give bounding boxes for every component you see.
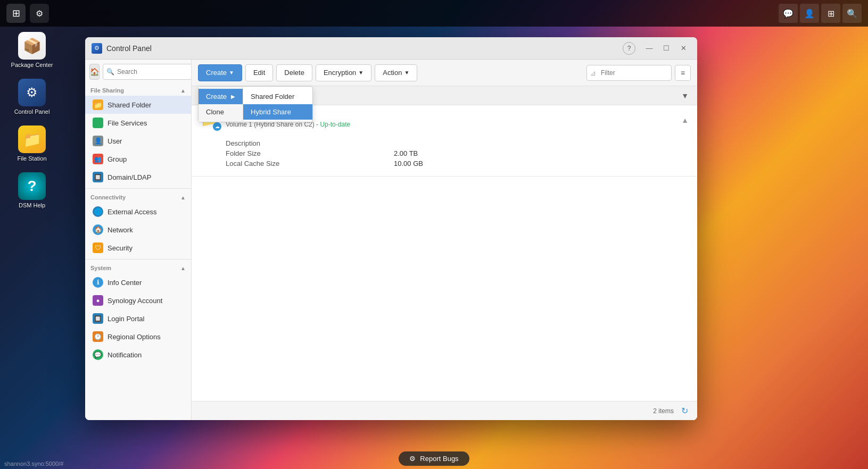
group-icon: 👥 — [93, 154, 103, 164]
file-station-label: File Station — [17, 155, 46, 162]
dropdown-item-create[interactable]: Create ▶ — [199, 89, 243, 104]
user-button[interactable]: 👤 — [800, 4, 819, 23]
domain-ldap-label: Domain/LDAP — [108, 173, 151, 181]
sidebar-home-button[interactable]: 🏠 — [89, 64, 100, 80]
edit-button[interactable]: Edit — [245, 64, 273, 81]
sidebar-search-input[interactable] — [103, 64, 192, 80]
action-button[interactable]: Action ▼ — [375, 64, 417, 81]
refresh-button[interactable]: ↻ — [678, 405, 691, 417]
search-taskbar-button[interactable]: 🔍 — [842, 4, 862, 23]
network-label: Network — [108, 226, 133, 234]
info-center-label: Info Center — [108, 279, 142, 287]
items-count: 2 items — [653, 407, 674, 415]
folder-size-label: Folder Size — [226, 149, 385, 157]
dropdown-item-shared-folder[interactable]: Shared Folder — [243, 89, 312, 104]
section-header-system[interactable]: System ▲ — [85, 262, 191, 273]
desktop-icon-package-center[interactable]: 📦 Package Center — [11, 32, 53, 68]
encryption-button-label: Encryption — [324, 69, 356, 77]
taskbar-control-panel-icon[interactable]: ⚙ — [30, 4, 49, 23]
collapse-all-button[interactable]: ▼ — [681, 91, 689, 100]
window-maximize-button[interactable]: ☐ — [659, 43, 674, 54]
divider-2 — [85, 259, 191, 259]
taskbar-right: 💬 👤 ⊞ 🔍 — [779, 4, 862, 23]
package-center-label: Package Center — [11, 62, 53, 68]
create-caret-icon: ▼ — [229, 70, 234, 76]
delete-button-label: Delete — [284, 69, 304, 77]
package-center-icon: 📦 — [18, 32, 46, 60]
regional-options-icon: 🕐 — [93, 331, 103, 342]
delete-button[interactable]: Delete — [276, 64, 312, 81]
url-bar: shannon3.syno:5000/# — [0, 458, 68, 469]
control-panel-label: Control Panel — [14, 108, 50, 115]
desktop-icon-dsm-help[interactable]: ? DSM Help — [11, 172, 53, 208]
desktop-icons: 📦 Package Center ⚙ Control Panel 📁 File … — [11, 32, 53, 208]
sidebar-item-login-portal[interactable]: 🔲 Login Portal — [85, 309, 191, 328]
create-button-label: Create — [206, 69, 227, 77]
section-header-connectivity[interactable]: Connectivity ▲ — [85, 191, 191, 203]
synology-account-icon: ● — [93, 295, 103, 306]
sidebar-item-external-access[interactable]: 🌐 External Access — [85, 203, 191, 221]
window-title: Control Panel — [106, 44, 618, 53]
report-bugs-bar: ⚙ Report Bugs — [0, 448, 868, 469]
chat-button[interactable]: 💬 — [779, 4, 798, 23]
sidebar-item-domain-ldap[interactable]: 🔲 Domain/LDAP — [85, 168, 191, 186]
sidebar-item-user[interactable]: 👤 User — [85, 132, 191, 150]
sidebar-item-info-center[interactable]: ℹ Info Center — [85, 273, 191, 291]
window-close-button[interactable]: ✕ — [676, 43, 691, 54]
login-portal-icon: 🔲 — [93, 313, 103, 324]
window-body: 🏠 🔍 File Sharing ▲ 📁 Shared Folder File … — [85, 60, 697, 420]
notification-icon: 💬 — [93, 349, 103, 360]
sidebar-item-regional-options[interactable]: 🕐 Regional Options — [85, 328, 191, 346]
window-minimize-button[interactable]: — — [642, 43, 657, 54]
filter-input[interactable] — [586, 65, 672, 81]
taskbar: ⊞ ⚙ 💬 👤 ⊞ 🔍 — [0, 0, 868, 27]
apps-button[interactable]: ⊞ — [6, 4, 26, 23]
dropdown-item-clone[interactable]: Clone — [199, 104, 243, 120]
folder-size-value: 2.00 TB — [394, 149, 689, 157]
section-label-connectivity: Connectivity — [90, 194, 126, 200]
section-label-system: System — [90, 265, 111, 271]
close-icon: ✕ — [681, 44, 687, 52]
status-bar: 2 items ↻ — [192, 401, 697, 420]
sidebar-item-notification[interactable]: 💬 Notification — [85, 346, 191, 364]
report-bugs-button[interactable]: ⚙ Report Bugs — [399, 451, 469, 466]
local-cache-label: Local Cache Size — [226, 160, 385, 168]
file-services-icon — [93, 118, 103, 128]
window-titlebar: ⚙ Control Panel ? — ☐ ✕ — [85, 37, 697, 60]
user-icon: 👤 — [804, 9, 815, 19]
desktop-icon-control-panel[interactable]: ⚙ Control Panel — [11, 79, 53, 115]
section-header-file-sharing[interactable]: File Sharing ▲ — [85, 84, 191, 96]
toolbar: Create ▼ Edit Delete Encryption ▼ Action… — [192, 60, 697, 86]
notification-label: Notification — [108, 351, 142, 359]
control-panel-desktop-icon: ⚙ — [18, 79, 46, 106]
windows-button[interactable]: ⊞ — [821, 4, 840, 23]
create-button[interactable]: Create ▼ — [198, 64, 242, 81]
window-help-button[interactable]: ? — [623, 42, 635, 55]
sidebar-search-wrap: 🔍 — [103, 64, 192, 80]
user-label: User — [108, 137, 122, 145]
action-button-label: Action — [383, 69, 402, 77]
sidebar-item-shared-folder[interactable]: 📁 Shared Folder — [85, 96, 191, 114]
url-text: shannon3.syno:5000/# — [4, 460, 63, 467]
desktop-icon-file-station[interactable]: 📁 File Station — [11, 125, 53, 162]
folder-details-test: Description Folder Size 2.00 TB Local Ca… — [192, 135, 697, 176]
dropdown-item-hybrid-share[interactable]: Hybrid Share — [243, 104, 312, 120]
home-icon: 🏠 — [90, 68, 99, 76]
maximize-icon: ☐ — [663, 44, 669, 52]
sort-button[interactable]: ≡ — [675, 65, 691, 81]
sidebar-item-group[interactable]: 👥 Group — [85, 150, 191, 168]
window-controls: ? — ☐ ✕ — [623, 42, 691, 55]
sidebar-item-security[interactable]: 🛡 Security — [85, 239, 191, 257]
sidebar-item-network[interactable]: 🏠 Network — [85, 221, 191, 239]
section-chevron-system: ▲ — [180, 265, 186, 271]
refresh-icon: ↻ — [681, 406, 688, 416]
regional-options-label: Regional Options — [108, 333, 161, 341]
sidebar-item-file-services[interactable]: File Services — [85, 114, 191, 132]
sidebar-item-synology-account[interactable]: ● Synology Account — [85, 291, 191, 309]
encryption-button[interactable]: Encryption ▼ — [316, 64, 371, 81]
group-label: Group — [108, 155, 127, 163]
dsm-help-icon: ? — [18, 172, 46, 200]
taskbar-left: ⊞ ⚙ — [6, 4, 49, 23]
control-panel-icon: ⚙ — [36, 9, 43, 19]
dropdown-clone-label: Clone — [206, 108, 224, 116]
